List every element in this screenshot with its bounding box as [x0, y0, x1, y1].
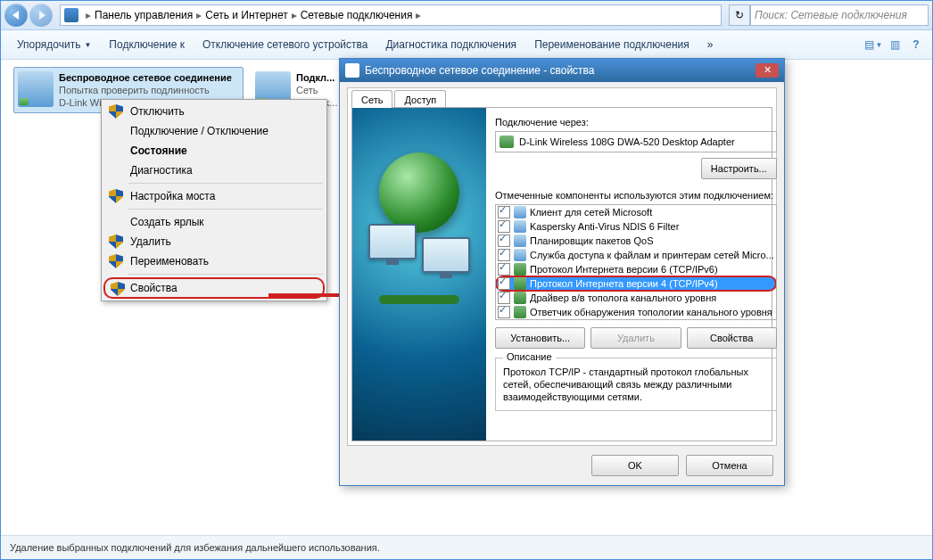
list-item-selected: Протокол Интернета версии 4 (TCP/IPv4) [496, 276, 776, 291]
list-item: Протокол Интернета версии 6 (TCP/IPv6) [496, 262, 776, 276]
preview-pane-button[interactable]: ▥ [886, 36, 904, 54]
nav-bar: ▸ Панель управления ▸ Сеть и Интернет ▸ … [1, 1, 932, 30]
list-item: Планировщик пакетов QoS [496, 234, 776, 248]
protocol-icon [514, 306, 526, 318]
tab-panel-network: Подключение через: D-Link Wireless 108G … [351, 107, 772, 441]
nav-forward-button[interactable] [29, 4, 53, 27]
ok-button[interactable]: OK [591, 455, 679, 476]
uninstall-button[interactable]: Удалить [590, 327, 681, 349]
menu-separator [128, 183, 323, 184]
breadcrumb-part[interactable]: Сеть и Интернет [205, 9, 287, 21]
properties-button[interactable]: Свойства [687, 327, 777, 349]
install-button[interactable]: Установить... [495, 327, 585, 349]
context-menu: Отключить Подключение / Отключение Состо… [101, 99, 327, 301]
checkbox[interactable] [498, 235, 510, 247]
nav-back-button[interactable] [4, 4, 28, 27]
connect-to-button[interactable]: Подключение к [100, 30, 194, 59]
disable-device-button[interactable]: Отключение сетевого устройства [194, 30, 376, 59]
properties-dialog: Беспроводное сетевое соединение - свойст… [339, 58, 785, 486]
cancel-button[interactable]: Отмена [686, 455, 773, 476]
more-button[interactable]: » [698, 30, 722, 59]
component-icon [514, 235, 526, 247]
organize-menu[interactable]: Упорядочить▼ [8, 30, 100, 59]
help-button[interactable]: ? [907, 36, 925, 54]
list-item: Клиент для сетей Microsoft [496, 205, 776, 219]
menu-status[interactable]: Состояние [103, 141, 325, 161]
menu-bridge[interactable]: Настройка моста [103, 186, 325, 206]
connection-status: Сеть [296, 84, 337, 96]
shield-icon [109, 235, 123, 249]
menu-diagnose[interactable]: Диагностика [103, 161, 325, 180]
status-text: Удаление выбранных подключений для избеж… [10, 542, 380, 553]
menu-disable[interactable]: Отключить [103, 102, 325, 121]
connection-name: Беспроводное сетевое соединение [59, 71, 232, 84]
dialog-titlebar[interactable]: Беспроводное сетевое соединение - свойст… [340, 59, 784, 82]
adapter-icon [500, 136, 514, 148]
dialog-icon [345, 63, 359, 78]
adapter-field: D-Link Wireless 108G DWA-520 Desktop Ada… [495, 131, 777, 152]
checkbox[interactable] [498, 277, 510, 290]
diagnose-button[interactable]: Диагностика подключения [376, 30, 525, 59]
cable-icon [379, 295, 459, 304]
refresh-button[interactable]: ↻ [729, 4, 750, 26]
globe-icon [379, 152, 459, 233]
rename-button[interactable]: Переименование подключения [525, 30, 698, 59]
description-title: Описание [503, 351, 556, 362]
breadcrumb-part[interactable]: Сетевые подключения [301, 9, 413, 21]
menu-create-shortcut[interactable]: Создать ярлык [103, 212, 325, 232]
checkbox[interactable] [498, 206, 510, 218]
connection-name: Подкл... [296, 71, 337, 84]
checkbox[interactable] [498, 249, 510, 261]
shield-icon [109, 254, 123, 268]
tab-access[interactable]: Доступ [394, 90, 446, 108]
monitor-icon [422, 237, 470, 273]
shield-icon [109, 189, 123, 203]
checkbox[interactable] [498, 306, 510, 318]
connection-status: Попытка проверить подлинность [59, 84, 232, 96]
component-icon [514, 249, 526, 261]
protocol-icon [514, 277, 526, 290]
connect-via-label: Подключение через: [495, 117, 777, 128]
component-icon [514, 220, 526, 233]
menu-delete[interactable]: Удалить [103, 232, 325, 251]
list-item: Драйвер в/в тополога канального уровня [496, 291, 776, 305]
shield-icon [109, 104, 123, 119]
shield-icon [111, 282, 125, 296]
breadcrumb-part[interactable]: Панель управления [95, 9, 193, 21]
list-item: Служба доступа к файлам и принтерам сете… [496, 248, 776, 262]
search-input[interactable]: Поиск: Сетевые подключения [750, 4, 929, 26]
address-bar[interactable]: ▸ Панель управления ▸ Сеть и Интернет ▸ … [60, 4, 722, 26]
protocol-icon [514, 292, 526, 304]
close-button[interactable]: ✕ [755, 63, 779, 78]
checkbox[interactable] [498, 263, 510, 276]
decorative-sidebar-image [352, 108, 486, 441]
menu-separator [128, 209, 323, 210]
description-group: Описание Протокол TCP/IP - стандартный п… [495, 358, 777, 411]
description-text: Протокол TCP/IP - стандартный протокол г… [503, 366, 769, 403]
monitor-icon [368, 224, 417, 259]
folder-icon [64, 8, 78, 22]
explorer-window: ▸ Панель управления ▸ Сеть и Интернет ▸ … [0, 0, 933, 560]
adapter-name: D-Link Wireless 108G DWA-520 Desktop Ada… [519, 136, 735, 147]
components-listbox[interactable]: Клиент для сетей Microsoft Kaspersky Ant… [495, 204, 777, 320]
toolbar: Упорядочить▼ Подключение к Отключение се… [1, 30, 932, 60]
status-bar: Удаление выбранных подключений для избеж… [1, 535, 932, 559]
checkbox[interactable] [498, 292, 510, 304]
protocol-icon [514, 263, 526, 276]
menu-separator [128, 274, 323, 275]
list-item: Kaspersky Anti-Virus NDIS 6 Filter [496, 219, 776, 234]
components-label: Отмеченные компоненты используются этим … [495, 190, 777, 201]
menu-rename[interactable]: Переименовать [103, 251, 325, 271]
dialog-body: Сеть Доступ Подключение через: D-Link Wi… [347, 87, 777, 446]
checkbox[interactable] [498, 220, 510, 233]
list-item: Ответчик обнаружения топологии канальног… [496, 305, 776, 319]
wifi-adapter-icon [18, 71, 54, 107]
dialog-title: Беспроводное сетевое соединение - свойст… [365, 64, 595, 77]
view-options-button[interactable]: ▤▼ [864, 36, 882, 54]
configure-button[interactable]: Настроить... [701, 158, 777, 179]
tab-network[interactable]: Сеть [351, 90, 392, 108]
component-icon [514, 206, 526, 218]
menu-connect-disconnect[interactable]: Подключение / Отключение [103, 121, 325, 141]
